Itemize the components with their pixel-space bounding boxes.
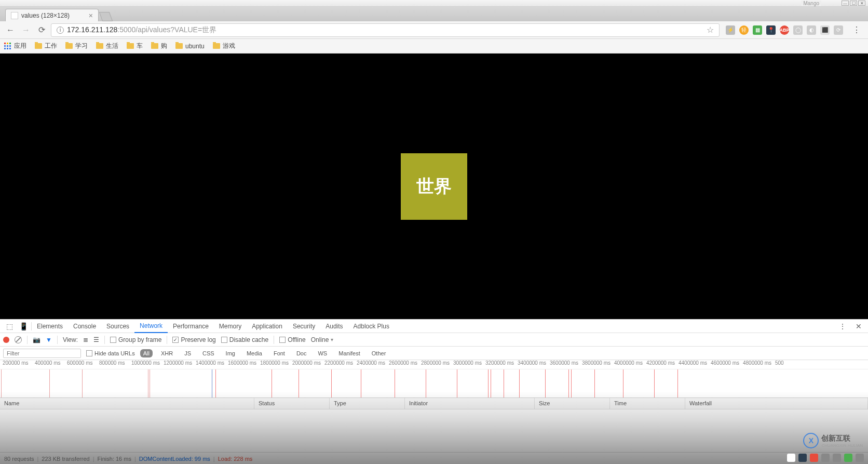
minimize-button[interactable]: —: [842, 1, 849, 6]
extension-icon[interactable]: ⚡: [726, 25, 735, 35]
close-tab-icon[interactable]: ×: [89, 11, 93, 20]
tray-icon[interactable]: [810, 454, 818, 462]
tab-sources[interactable]: Sources: [101, 320, 134, 333]
inspect-element-icon[interactable]: ⬚: [3, 322, 16, 330]
chrome-menu-button[interactable]: ⋮: [849, 25, 864, 35]
tray-icon[interactable]: [787, 454, 795, 462]
tray-icon[interactable]: [833, 454, 841, 462]
folder-icon: [151, 43, 158, 49]
tray-icon[interactable]: [798, 454, 807, 462]
extension-icon[interactable]: 📍: [766, 25, 776, 35]
bookmark-folder[interactable]: 学习: [65, 42, 88, 50]
tab-elements[interactable]: Elements: [32, 320, 68, 333]
extension-icon[interactable]: ▦: [753, 25, 762, 35]
camera-icon[interactable]: 📷: [33, 336, 40, 343]
record-button[interactable]: [3, 337, 9, 343]
folder-icon: [35, 43, 42, 49]
filter-js[interactable]: JS: [181, 349, 194, 357]
content-viewport: 世界: [0, 54, 868, 319]
image-content: 世界: [401, 153, 467, 220]
view-large-icon[interactable]: ≣: [83, 336, 88, 343]
devtools-status-bar: 80 requests | 223 KB transferred | Finis…: [0, 452, 868, 464]
tab-memory[interactable]: Memory: [214, 320, 247, 333]
folder-icon: [96, 43, 103, 49]
bookmark-folder[interactable]: 游戏: [213, 42, 235, 50]
preserve-log-checkbox[interactable]: Preserve log: [172, 336, 215, 343]
reload-button[interactable]: ⟳: [35, 24, 48, 36]
filter-input[interactable]: [3, 349, 81, 358]
extension-icon[interactable]: ⬛: [820, 25, 830, 35]
watermark: X 创新互联 CHUANGXIN HULIAN: [803, 433, 863, 448]
filter-other[interactable]: Other: [369, 349, 389, 357]
extension-icon[interactable]: 轻: [739, 25, 749, 35]
tab-application[interactable]: Application: [247, 320, 288, 333]
tab-adblock[interactable]: Adblock Plus: [348, 320, 395, 333]
filter-ws[interactable]: WS: [315, 349, 330, 357]
devtools-panel: ⬚ 📱 Elements Console Sources Network Per…: [0, 319, 868, 464]
view-small-icon[interactable]: ☰: [93, 336, 99, 343]
folder-icon: [127, 43, 134, 49]
adblock-icon[interactable]: ABP: [780, 25, 789, 35]
new-tab-button[interactable]: [99, 12, 113, 21]
bookmark-folder[interactable]: 车: [127, 42, 143, 50]
clear-button[interactable]: [15, 336, 22, 343]
filter-doc[interactable]: Doc: [293, 349, 310, 357]
filter-all[interactable]: All: [140, 349, 153, 357]
extension-icon[interactable]: ◐: [807, 25, 816, 35]
tab-security[interactable]: Security: [288, 320, 320, 333]
col-time[interactable]: Time: [610, 398, 685, 409]
apps-button[interactable]: 应用: [4, 42, 26, 50]
col-waterfall[interactable]: Waterfall: [685, 398, 868, 409]
tab-console[interactable]: Console: [68, 320, 101, 333]
col-name[interactable]: Name: [0, 398, 254, 409]
view-label: View:: [63, 336, 78, 343]
offline-checkbox[interactable]: Offline: [279, 336, 305, 343]
filter-xhr[interactable]: XHR: [158, 349, 176, 357]
device-toolbar-icon[interactable]: 📱: [16, 322, 31, 330]
address-bar[interactable]: i 172.16.211.128:5000/api/values?VALUE=世…: [51, 23, 720, 37]
tab-performance[interactable]: Performance: [168, 320, 214, 333]
close-window-button[interactable]: ✕: [858, 1, 865, 6]
hide-data-urls-checkbox[interactable]: Hide data URLs: [86, 350, 135, 356]
window-title-badge: Mango: [801, 1, 821, 6]
request-table-header: Name Status Type Initiator Size Time Wat…: [0, 398, 868, 409]
devtools-settings-icon[interactable]: ⋮: [836, 322, 849, 330]
col-type[interactable]: Type: [330, 398, 405, 409]
back-button[interactable]: ←: [4, 24, 17, 36]
throttle-dropdown[interactable]: Online: [311, 336, 334, 343]
apps-icon: [4, 43, 11, 50]
group-by-frame-checkbox[interactable]: Group by frame: [110, 336, 161, 343]
filter-css[interactable]: CSS: [199, 349, 218, 357]
devtools-close-icon[interactable]: ✕: [852, 322, 865, 330]
extension-icon[interactable]: ◯: [793, 25, 803, 35]
bookmark-folder[interactable]: 购: [151, 42, 167, 50]
bookmark-folder[interactable]: 工作: [35, 42, 57, 50]
tab-title: values (128×128): [21, 12, 70, 19]
col-status[interactable]: Status: [254, 398, 330, 409]
filter-img[interactable]: Img: [223, 349, 238, 357]
tab-audits[interactable]: Audits: [320, 320, 348, 333]
timeline-overview[interactable]: [0, 369, 868, 398]
tray-icon[interactable]: [856, 454, 864, 462]
extension-icon[interactable]: ⟳: [834, 25, 843, 35]
disable-cache-checkbox[interactable]: Disable cache: [221, 336, 268, 343]
timeline-ruler: 200000 ms400000 ms600000 ms800000 ms1000…: [0, 360, 868, 369]
filter-font[interactable]: Font: [270, 349, 288, 357]
folder-icon: [213, 43, 220, 49]
tab-network[interactable]: Network: [134, 320, 168, 333]
site-info-icon[interactable]: i: [57, 26, 64, 34]
maximize-button[interactable]: ☐: [850, 1, 857, 6]
tray-icon[interactable]: [821, 454, 830, 462]
col-size[interactable]: Size: [535, 398, 610, 409]
bookmark-folder[interactable]: 生活: [96, 42, 118, 50]
filter-manifest[interactable]: Manifest: [335, 349, 363, 357]
browser-tab[interactable]: values (128×128) ×: [5, 9, 99, 21]
bookmark-folder[interactable]: ubuntu: [175, 43, 205, 50]
forward-button[interactable]: →: [20, 24, 32, 36]
url-text: 172.16.211.128:5000/api/values?VALUE=世界: [67, 25, 703, 35]
col-initiator[interactable]: Initiator: [405, 398, 535, 409]
filter-toggle-icon[interactable]: ▼: [46, 336, 52, 343]
bookmark-star-icon[interactable]: ☆: [707, 25, 714, 35]
tray-icon[interactable]: [844, 454, 852, 462]
filter-media[interactable]: Media: [243, 349, 265, 357]
